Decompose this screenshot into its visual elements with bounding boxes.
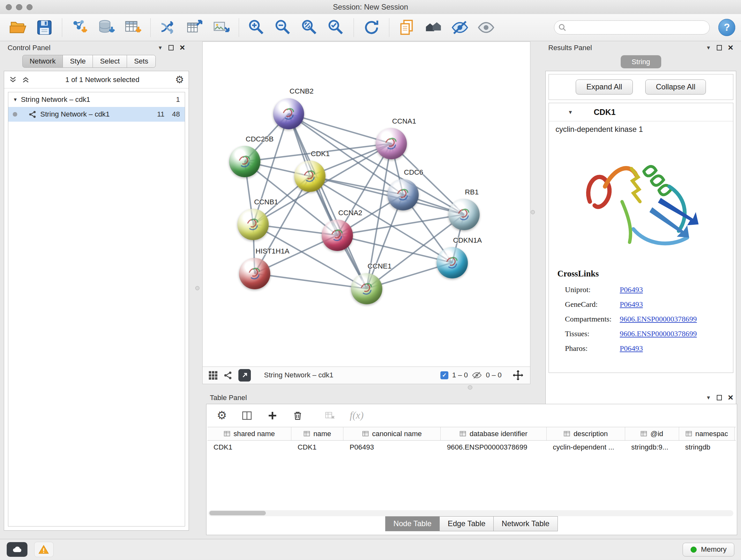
- panel-close-button[interactable]: ✕: [179, 44, 185, 52]
- network-row[interactable]: String Network – cdk1 11 48: [8, 107, 185, 122]
- save-session-button[interactable]: [32, 16, 57, 39]
- tab-network[interactable]: Network: [22, 55, 63, 68]
- export-image-button[interactable]: [209, 16, 233, 39]
- open-session-button[interactable]: [6, 16, 30, 39]
- table-header-row: shared name name canonical name database…: [207, 427, 736, 441]
- zoom-selected-button[interactable]: [324, 16, 348, 39]
- refresh-view-button[interactable]: [359, 16, 384, 39]
- gene-card-header[interactable]: ▼ CDK1: [549, 103, 733, 121]
- tab-node-table[interactable]: Node Table: [385, 516, 440, 531]
- network-node-cdc25b[interactable]: [229, 146, 260, 177]
- column-header[interactable]: description: [547, 427, 625, 440]
- warnings-button[interactable]: [34, 542, 54, 557]
- collapse-all-icon[interactable]: [9, 76, 17, 84]
- crosslink-link[interactable]: 9606.ENSP00000378699: [620, 312, 697, 327]
- network-from-table-button[interactable]: [183, 16, 207, 39]
- column-icon: [362, 430, 369, 437]
- network-node-label: CDC6: [404, 168, 423, 177]
- panel-float-button[interactable]: ▼: [706, 395, 711, 401]
- column-header[interactable]: namespac: [679, 427, 735, 440]
- column-header[interactable]: shared name: [207, 427, 292, 440]
- horizontal-scrollbar[interactable]: [208, 510, 733, 516]
- network-edge[interactable]: [310, 176, 464, 214]
- network-node-hist1h1a[interactable]: [239, 258, 270, 289]
- panel-maximize-button[interactable]: [717, 395, 722, 400]
- network-merge-button[interactable]: [156, 16, 181, 39]
- right-splitter-handle[interactable]: [531, 210, 535, 214]
- pan-move-icon[interactable]: [512, 369, 524, 381]
- table-settings-gear-icon[interactable]: ⚙: [217, 410, 227, 422]
- panel-close-button[interactable]: ✕: [728, 393, 734, 402]
- import-table-file-button[interactable]: [121, 16, 145, 39]
- network-canvas[interactable]: CCNB2CCNA1CDC25BCDK1CDC6RB1CCNB1CCNA2CDK…: [203, 42, 530, 367]
- column-header[interactable]: name: [291, 427, 343, 440]
- gear-icon[interactable]: ⚙: [175, 75, 184, 84]
- network-edge[interactable]: [255, 273, 367, 289]
- network-node-cdkn1a[interactable]: [436, 247, 468, 278]
- panel-maximize-button[interactable]: [717, 45, 722, 50]
- panel-float-button[interactable]: ▼: [706, 45, 711, 51]
- left-splitter-handle[interactable]: [195, 286, 199, 290]
- search-input[interactable]: [554, 20, 710, 35]
- minimize-window-button[interactable]: [16, 4, 22, 10]
- crosslink-link[interactable]: P06493: [620, 283, 643, 297]
- table-row[interactable]: CDK1 CDK1 P06493 9606.ENSP00000378699 cy…: [207, 441, 736, 454]
- cloud-status-button[interactable]: [7, 542, 27, 557]
- import-network-database-button[interactable]: [94, 16, 119, 39]
- add-column-plus-icon[interactable]: [267, 410, 278, 422]
- scrollbar-thumb[interactable]: [209, 511, 266, 515]
- panel-close-button[interactable]: ✕: [728, 44, 734, 52]
- zoom-fit-button[interactable]: [297, 16, 322, 39]
- help-button[interactable]: ?: [718, 19, 735, 36]
- column-header[interactable]: @id: [625, 427, 679, 440]
- network-node-cdc6[interactable]: [387, 179, 419, 210]
- tab-sets[interactable]: Sets: [127, 55, 156, 68]
- tree-expand-icon[interactable]: ▼: [13, 97, 17, 102]
- node-table: shared name name canonical name database…: [207, 427, 736, 508]
- delete-trash-icon[interactable]: [292, 410, 304, 422]
- zoom-out-button[interactable]: [271, 16, 295, 39]
- tab-style[interactable]: Style: [63, 55, 93, 68]
- zoom-in-button[interactable]: [244, 16, 269, 39]
- crosslink-link[interactable]: P06493: [620, 341, 643, 356]
- selected-checkbox[interactable]: ✓: [441, 371, 448, 379]
- network-edge[interactable]: [288, 114, 366, 289]
- tab-edge-table[interactable]: Edge Table: [440, 516, 494, 531]
- bottom-splitter-handle[interactable]: [468, 385, 472, 389]
- panel-maximize-button[interactable]: [169, 45, 174, 50]
- network-node-ccne1[interactable]: [351, 273, 382, 305]
- network-node-ccnb2[interactable]: [273, 98, 305, 130]
- tab-string[interactable]: String: [621, 55, 661, 68]
- crosslink-link[interactable]: P06493: [620, 297, 643, 312]
- maximize-window-button[interactable]: [26, 4, 32, 10]
- external-arrow-icon: [241, 372, 248, 379]
- hide-panels-button[interactable]: [448, 16, 472, 39]
- network-node-ccnb1[interactable]: [238, 209, 269, 240]
- network-node-ccna1[interactable]: [376, 128, 407, 159]
- panel-float-button[interactable]: ▼: [158, 45, 163, 51]
- column-header[interactable]: canonical name: [343, 427, 441, 440]
- copy-annotation-button[interactable]: [394, 16, 419, 39]
- network-node-rb1[interactable]: [448, 199, 480, 230]
- memory-button[interactable]: Memory: [683, 543, 734, 557]
- arrange-windows-button[interactable]: [421, 16, 446, 39]
- crosslink-link[interactable]: 9606.ENSP00000378699: [620, 327, 697, 341]
- import-network-file-button[interactable]: [68, 16, 92, 39]
- network-node-cdk1[interactable]: [294, 161, 326, 192]
- collapse-all-button[interactable]: Collapse All: [645, 79, 706, 95]
- tab-network-table[interactable]: Network Table: [493, 516, 558, 531]
- network-node-ccna2[interactable]: [322, 220, 353, 251]
- network-glyph-icon[interactable]: [223, 371, 233, 380]
- column-header[interactable]: database identifier: [441, 427, 547, 440]
- grid-view-icon[interactable]: [208, 371, 218, 380]
- close-window-button[interactable]: [6, 4, 12, 10]
- show-columns-icon[interactable]: [241, 410, 253, 422]
- protein-thumbnail-icon: [238, 209, 269, 240]
- network-collection-row[interactable]: ▼ String Network – cdk1 1: [8, 92, 185, 107]
- expand-all-icon[interactable]: [22, 76, 30, 84]
- expand-all-button[interactable]: Expand All: [576, 79, 633, 95]
- show-panels-button[interactable]: [474, 16, 498, 39]
- tab-select[interactable]: Select: [92, 55, 127, 68]
- open-external-button[interactable]: [239, 369, 251, 381]
- collapse-section-icon[interactable]: ▼: [568, 109, 573, 115]
